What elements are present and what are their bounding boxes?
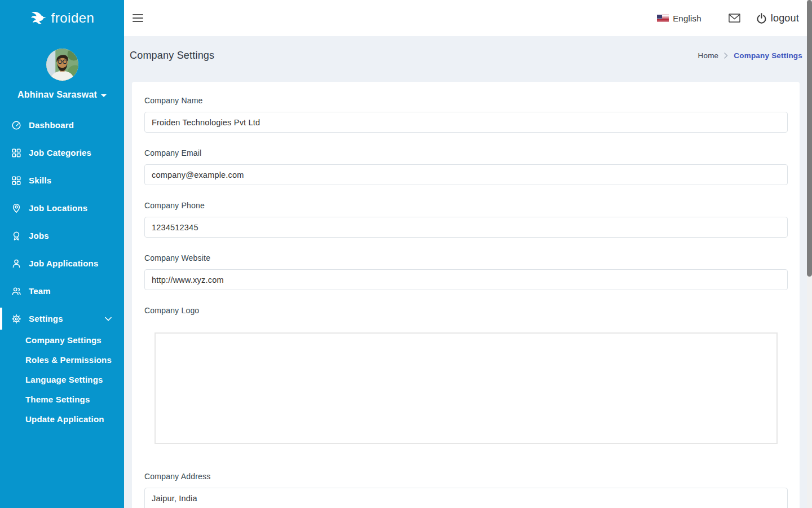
- hamburger-icon[interactable]: [133, 12, 143, 24]
- mail-icon[interactable]: [729, 14, 740, 23]
- company-address-group: Company Address Jaipur, India: [144, 472, 788, 508]
- sidebar-nav: Dashboard Job Categories: [0, 111, 124, 429]
- company-address-input[interactable]: Jaipur, India: [144, 488, 788, 508]
- company-name-label: Company Name: [144, 96, 788, 105]
- topbar-actions: English logout: [657, 12, 799, 24]
- gear-icon: [11, 314, 21, 324]
- sidebar-subitem-language-settings[interactable]: Language Settings: [0, 370, 124, 389]
- map-pin-icon: [11, 203, 21, 213]
- sidebar-subitem-theme-settings[interactable]: Theme Settings: [0, 389, 124, 409]
- sidebar-item-job-categories[interactable]: Job Categories: [0, 139, 124, 167]
- company-logo-dropzone[interactable]: [155, 332, 778, 444]
- company-website-group: Company Website: [144, 253, 788, 290]
- power-icon: [756, 13, 767, 24]
- brand-name: froiden: [51, 10, 95, 26]
- users-icon: [11, 286, 21, 296]
- sidebar-item-dashboard[interactable]: Dashboard: [0, 111, 124, 139]
- language-selector[interactable]: English: [657, 14, 701, 23]
- company-email-label: Company Email: [144, 148, 788, 157]
- sidebar-item-job-applications[interactable]: Job Applications: [0, 249, 124, 277]
- caret-down-icon: [101, 94, 107, 97]
- company-name-group: Company Name: [144, 96, 788, 133]
- logout-button[interactable]: logout: [756, 12, 799, 24]
- company-logo-label: Company Logo: [144, 306, 788, 315]
- app-window: froiden: [0, 0, 812, 508]
- scrollbar-thumb[interactable]: [807, 0, 812, 277]
- sidebar-item-settings[interactable]: Settings: [0, 305, 124, 332]
- avatar[interactable]: [46, 49, 78, 81]
- company-name-input[interactable]: [144, 112, 788, 133]
- company-phone-label: Company Phone: [144, 201, 788, 210]
- dashboard-icon: [11, 120, 21, 130]
- brand-logo[interactable]: froiden: [0, 0, 124, 36]
- company-website-label: Company Website: [144, 253, 788, 262]
- company-website-input[interactable]: [144, 269, 788, 290]
- company-settings-form: Company Name Company Email Company Phone…: [132, 82, 800, 508]
- breadcrumb: Home Company Settings: [698, 51, 802, 60]
- user-profile: Abhinav Saraswat: [0, 49, 124, 100]
- sidebar-item-jobs[interactable]: Jobs: [0, 222, 124, 249]
- company-email-input[interactable]: [144, 164, 788, 185]
- sidebar-subitem-company-settings[interactable]: Company Settings: [0, 330, 124, 350]
- company-logo-group: Company Logo: [144, 306, 788, 444]
- sidebar-subitem-roles-permissions[interactable]: Roles & Permissions: [0, 350, 124, 370]
- user-menu[interactable]: Abhinav Saraswat: [17, 90, 107, 100]
- company-email-group: Company Email: [144, 148, 788, 185]
- language-label: English: [673, 14, 701, 23]
- sidebar-item-skills[interactable]: Skills: [0, 167, 124, 194]
- company-phone-input[interactable]: [144, 217, 788, 238]
- topbar: English logout: [124, 0, 812, 36]
- settings-submenu: Company Settings Roles & Permissions Lan…: [0, 330, 124, 429]
- company-address-label: Company Address: [144, 472, 788, 481]
- chevron-right-icon: [724, 52, 728, 59]
- grid-icon: [11, 176, 21, 186]
- user-icon: [11, 259, 21, 269]
- page-header: Company Settings Home Company Settings: [124, 36, 812, 82]
- logout-label: logout: [771, 12, 799, 24]
- sidebar: froiden: [0, 0, 124, 508]
- page-title: Company Settings: [130, 50, 214, 62]
- sidebar-item-team[interactable]: Team: [0, 277, 124, 305]
- sidebar-subitem-update-application[interactable]: Update Application: [0, 409, 124, 429]
- breadcrumb-home[interactable]: Home: [698, 51, 718, 60]
- user-name: Abhinav Saraswat: [17, 90, 97, 100]
- sidebar-item-job-locations[interactable]: Job Locations: [0, 194, 124, 222]
- main-area: English logout: [124, 0, 812, 508]
- breadcrumb-current: Company Settings: [734, 51, 802, 60]
- company-phone-group: Company Phone: [144, 201, 788, 238]
- bird-icon: [30, 11, 47, 25]
- chevron-down-icon: [105, 317, 112, 321]
- grid-icon: [11, 148, 21, 158]
- scrollbar-track: [807, 0, 812, 508]
- us-flag-icon: [657, 15, 669, 22]
- award-icon: [11, 231, 21, 241]
